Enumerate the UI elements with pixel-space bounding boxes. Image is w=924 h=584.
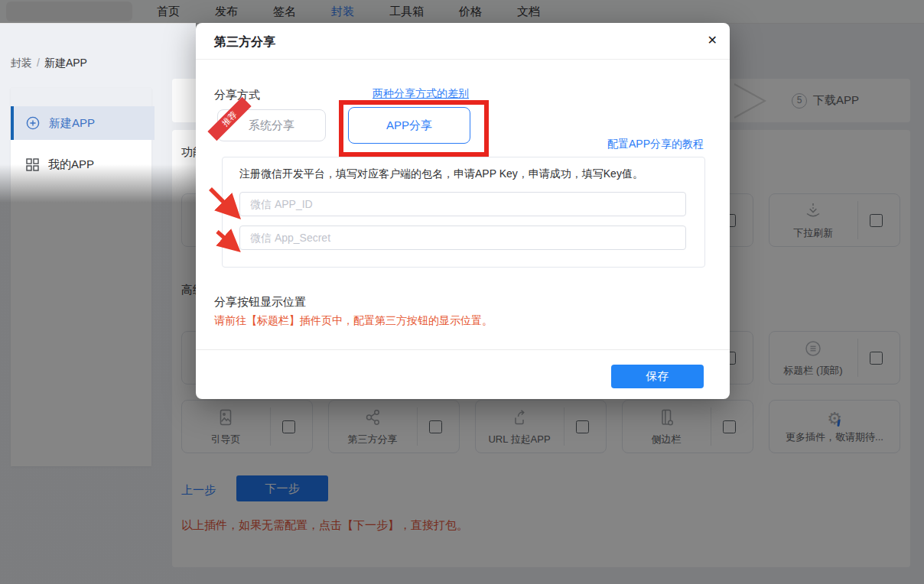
system-share-label: 系统分享 [249,118,294,133]
wechat-appid-input[interactable] [239,192,686,216]
app-share-tutorial-link[interactable]: 配置APP分享的教程 [607,138,704,151]
modal-footer-divider [196,349,730,350]
save-button[interactable]: 保存 [611,365,704,388]
breadcrumb-separator: / [37,57,40,69]
sidebar-item-new-app[interactable]: 新建APP [11,106,155,140]
share-button-position-label: 分享按钮显示位置 [214,295,306,310]
system-share-button[interactable]: 推荐 系统分享 [217,109,326,141]
modal-mask-top [0,0,924,23]
modal-title: 第三方分享 [214,34,275,50]
recommend-ribbon: 推荐 [207,97,251,141]
wechat-instruction: 注册微信开发平台，填写对应客户端的包名，申请APP Key，申请成功，填写Key… [239,167,643,181]
sidebar-item-label: 新建APP [49,116,95,131]
sidebar-top-strip [11,88,151,106]
app-window: 首页 发布 签名 封装 工具箱 价格 文档 封装/新建APP 新建APP 我的A… [0,0,924,584]
modal-header-divider [196,59,730,60]
third-party-share-modal: 第三方分享 ✕ 分享方式 两种分享方式的差别 推荐 系统分享 APP分享 配置A… [196,23,730,399]
breadcrumb: 封装/新建APP [11,57,87,70]
share-method-label: 分享方式 [214,88,260,102]
modal-mask-left [0,164,196,584]
annotation-highlight-box [339,100,489,157]
share-method-diff-link[interactable]: 两种分享方式的差别 [373,87,469,101]
plus-circle-icon [26,116,40,130]
share-button-position-note: 请前往【标题栏】插件页中，配置第三方按钮的显示位置。 [214,314,493,328]
wechat-config-panel: 注册微信开发平台，填写对应客户端的包名，申请APP Key，申请成功，填写Key… [222,157,705,268]
breadcrumb-section[interactable]: 封装 [11,57,32,69]
wechat-appsecret-input[interactable] [239,225,686,250]
breadcrumb-current: 新建APP [44,57,87,69]
close-icon[interactable]: ✕ [708,33,717,47]
